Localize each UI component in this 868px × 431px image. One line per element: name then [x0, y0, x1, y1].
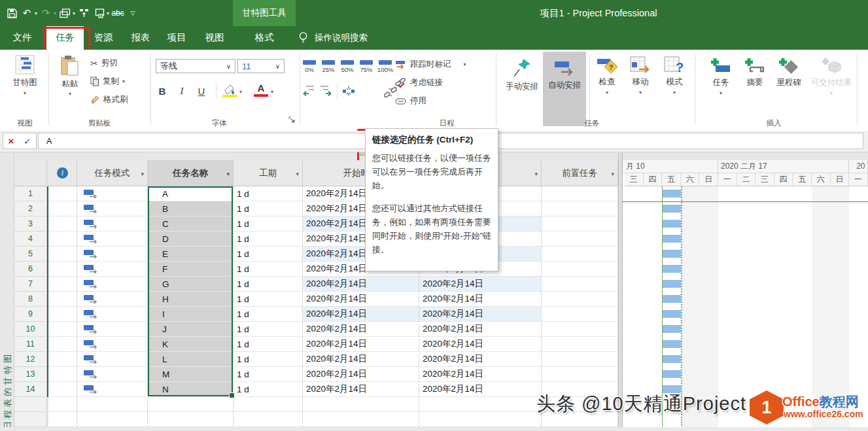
- row-number[interactable]: 7: [14, 277, 47, 292]
- format-painter-button[interactable]: 格式刷: [90, 94, 128, 105]
- cut-button[interactable]: ✂ 剪切: [90, 58, 118, 69]
- info-cell[interactable]: [48, 292, 77, 307]
- duration-cell[interactable]: 1 d: [234, 367, 303, 382]
- predecessors-cell[interactable]: [542, 322, 618, 337]
- task-mode-cell[interactable]: [77, 216, 148, 232]
- start-date-cell[interactable]: 2020年2月14日: [303, 277, 419, 292]
- gantt-bar[interactable]: [663, 265, 681, 273]
- move-task-button[interactable]: 移动 ▾: [625, 56, 655, 95]
- gantt-bar[interactable]: [663, 280, 681, 288]
- start-date-cell[interactable]: 2020年2月14日: [303, 322, 419, 337]
- predecessors-cell[interactable]: [542, 337, 618, 352]
- background-color-dropdown-icon[interactable]: ▾: [239, 89, 242, 95]
- inactivate-button[interactable]: 停用: [395, 95, 426, 107]
- insert-task-button[interactable]: 任务 ▾: [705, 58, 737, 96]
- gantt-bar[interactable]: [663, 370, 681, 378]
- font-color-dropdown-icon[interactable]: ▾: [271, 89, 273, 95]
- info-cell[interactable]: [48, 216, 77, 232]
- insert-milestone-button[interactable]: 里程碑: [772, 58, 806, 88]
- undo-icon[interactable]: ↶: [20, 5, 33, 22]
- start-date-cell[interactable]: 2020年2月14日: [303, 352, 419, 367]
- task-mode-column-header[interactable]: 任务模式▾: [77, 160, 148, 186]
- inspect-task-button[interactable]: ? 检查 ▾: [593, 56, 621, 95]
- filter-dropdown-icon[interactable]: ▾: [611, 171, 614, 177]
- font-name-select[interactable]: 等线 ∨: [156, 59, 235, 73]
- tab-format[interactable]: 格式: [248, 26, 281, 50]
- info-cell[interactable]: [48, 277, 77, 292]
- mark-on-track-button[interactable]: 跟踪时标记 ▾: [395, 59, 466, 70]
- respect-links-button[interactable]: 考虑链接: [395, 77, 443, 88]
- duration-cell[interactable]: 1 d: [234, 292, 303, 307]
- tell-me-box[interactable]: 操作说明搜索: [298, 26, 368, 50]
- underline-button[interactable]: U: [194, 82, 209, 99]
- finish-date-cell[interactable]: 2020年2月14日: [419, 367, 542, 382]
- percent-complete-75-button[interactable]: 75%: [356, 60, 376, 73]
- info-cell[interactable]: [48, 201, 77, 216]
- font-dialog-launcher-icon[interactable]: [288, 116, 295, 123]
- manual-schedule-button[interactable]: 手动安排: [501, 58, 543, 92]
- info-cell[interactable]: [48, 232, 77, 247]
- copy-button[interactable]: 复制 ▾: [90, 76, 125, 87]
- task-mode-cell[interactable]: [77, 382, 148, 397]
- info-cell[interactable]: [48, 307, 77, 322]
- info-cell[interactable]: [48, 262, 77, 277]
- row-number-header[interactable]: [14, 160, 47, 186]
- duration-cell[interactable]: 1 d: [234, 382, 303, 397]
- task-mode-cell[interactable]: [77, 262, 148, 277]
- cancel-entry-icon[interactable]: ×: [8, 135, 14, 147]
- percent-complete-0-button[interactable]: 0%: [300, 60, 319, 73]
- finish-date-cell[interactable]: 2020年2月14日: [419, 307, 542, 322]
- gantt-bar[interactable]: [663, 325, 681, 333]
- gantt-bar[interactable]: [663, 205, 681, 213]
- task-mode-cell[interactable]: [77, 247, 148, 262]
- predecessors-cell[interactable]: [542, 232, 618, 247]
- empty-cell[interactable]: [77, 412, 148, 427]
- empty-cell[interactable]: [234, 397, 303, 412]
- finish-date-cell[interactable]: 2020年2月14日: [419, 337, 542, 352]
- duration-column-header[interactable]: 工期▾: [234, 160, 303, 186]
- task-name-column-header[interactable]: 任务名称▾: [148, 160, 234, 186]
- row-number-empty[interactable]: [14, 397, 47, 412]
- empty-cell[interactable]: [234, 412, 303, 427]
- percent-complete-50-button[interactable]: 50%: [338, 60, 357, 73]
- info-cell[interactable]: [48, 382, 77, 397]
- predecessors-cell[interactable]: [542, 277, 618, 292]
- percent-complete-25-button[interactable]: 25%: [319, 60, 338, 73]
- task-mode-cell[interactable]: [77, 352, 148, 367]
- predecessors-cell[interactable]: [542, 307, 618, 322]
- outdent-task-icon[interactable]: [302, 85, 315, 97]
- empty-cell[interactable]: [303, 397, 419, 412]
- empty-cell[interactable]: [303, 412, 419, 427]
- split-task-icon[interactable]: [343, 86, 355, 96]
- finish-date-cell[interactable]: 2020年2月14日: [419, 292, 542, 307]
- duration-cell[interactable]: 1 d: [234, 216, 303, 232]
- add-window-dropdown-icon[interactable]: ▾: [107, 10, 109, 16]
- font-color-button[interactable]: A: [254, 82, 268, 97]
- tab-view[interactable]: 视图: [200, 26, 230, 50]
- gantt-bar[interactable]: [663, 235, 681, 243]
- background-color-button[interactable]: [222, 84, 237, 97]
- duration-cell[interactable]: 1 d: [234, 232, 303, 247]
- predecessors-cell[interactable]: [542, 186, 618, 201]
- task-mode-cell[interactable]: [77, 292, 148, 307]
- duration-cell[interactable]: 1 d: [234, 322, 303, 337]
- add-window-icon[interactable]: [92, 5, 105, 22]
- row-number[interactable]: 3: [14, 216, 47, 232]
- cascade-dropdown-icon[interactable]: ▾: [73, 10, 75, 16]
- info-cell[interactable]: [48, 352, 77, 367]
- bold-button[interactable]: B: [154, 82, 170, 99]
- info-cell[interactable]: [48, 337, 77, 352]
- info-cell[interactable]: [48, 367, 77, 382]
- paste-button[interactable]: 粘贴 ▾: [55, 55, 85, 97]
- duration-cell[interactable]: 1 d: [234, 247, 303, 262]
- spelling-icon[interactable]: abc: [111, 5, 124, 22]
- predecessors-cell[interactable]: [542, 262, 618, 277]
- row-number[interactable]: 13: [14, 367, 47, 382]
- selection-fill-handle[interactable]: [229, 392, 235, 398]
- start-date-cell[interactable]: 2020年2月14日: [303, 337, 419, 352]
- filter-dropdown-icon[interactable]: ▾: [534, 171, 538, 177]
- filter-dropdown-icon[interactable]: ▾: [141, 171, 144, 177]
- row-number[interactable]: 6: [14, 262, 47, 277]
- predecessors-cell[interactable]: [542, 247, 618, 262]
- start-date-cell[interactable]: 2020年2月14日: [303, 307, 419, 322]
